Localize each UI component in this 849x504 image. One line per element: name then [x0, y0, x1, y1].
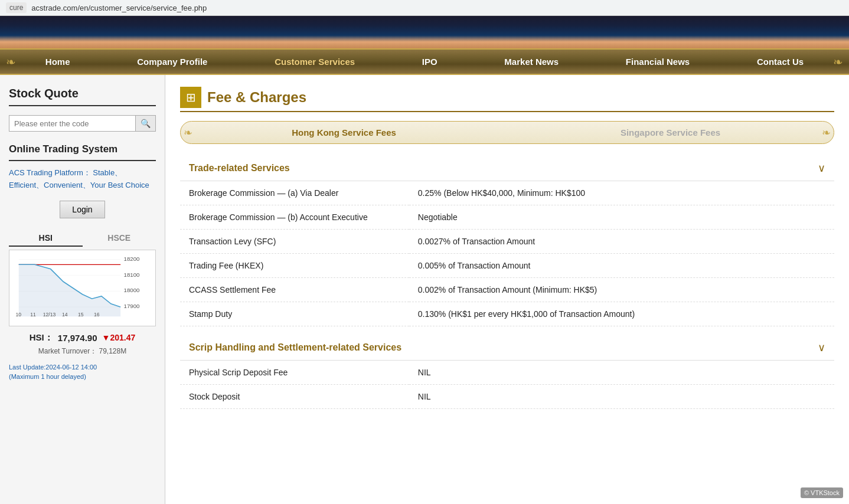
scrip-services-chevron: ∨	[818, 341, 825, 354]
service-label: CCASS Settlement Fee	[180, 278, 409, 302]
nav-customer-services[interactable]: Customer Services	[269, 54, 361, 70]
nav-financial-news[interactable]: Financial News	[620, 54, 695, 70]
fee-value: 0.0027% of Transaction Amount	[409, 230, 834, 254]
fee-value: 0.130% (HK$1 per every HK$1,000 of Trans…	[409, 302, 834, 326]
svg-text:12/13: 12/13	[43, 312, 56, 318]
service-label: Brokerage Commission — (b) Account Execu…	[180, 205, 409, 230]
tab-ornament-right: ❧	[822, 126, 831, 139]
svg-text:14: 14	[62, 312, 68, 318]
hsi-label: HSI：	[30, 332, 53, 343]
service-label: Brokerage Commission — (a) Via Dealer	[180, 181, 409, 205]
table-row: Transaction Levy (SFC) 0.0027% of Transa…	[180, 230, 834, 254]
main-container: Stock Quote 🔍 Online Trading System ACS …	[0, 75, 849, 504]
tab-sg-service-fees[interactable]: Singapore Service Fees	[507, 122, 834, 143]
svg-text:10: 10	[15, 312, 21, 318]
table-row: Stamp Duty 0.130% (HK$1 per every HK$1,0…	[180, 302, 834, 326]
nav-ipo[interactable]: IPO	[416, 54, 443, 70]
fee-value: NIL	[409, 385, 834, 409]
address-bar: cure acstrade.com/en/customer_service/se…	[0, 0, 849, 16]
table-row: Brokerage Commission — (b) Account Execu…	[180, 205, 834, 230]
login-button[interactable]: Login	[60, 201, 105, 218]
service-label: Transaction Levy (SFC)	[180, 230, 409, 254]
trading-description: ACS Trading Platform： Stable、Efficient、C…	[9, 167, 156, 192]
fee-value: NIL	[409, 361, 834, 385]
hsi-tab[interactable]: HSI	[9, 230, 83, 247]
svg-text:11: 11	[30, 312, 36, 318]
trade-services-title: Trade-related Services	[189, 163, 290, 174]
hsi-change: ▼201.47	[102, 333, 136, 342]
secure-indicator: cure	[6, 2, 27, 13]
fee-value: 0.005% of Transaction Amount	[409, 254, 834, 278]
content-area: ⊞ Fee & Charges ❧ Hong Kong Service Fees…	[165, 75, 849, 504]
hsi-tabs: HSI HSCE	[9, 230, 156, 247]
nav-contact-us[interactable]: Contact Us	[751, 54, 809, 70]
hero-banner	[0, 16, 849, 48]
fee-value: 0.25% (Below HK$40,000, Minimum: HK$100	[409, 181, 834, 205]
page-icon: ⊞	[180, 87, 201, 108]
scrip-services-title: Scrip Handling and Settlement-related Se…	[189, 342, 401, 353]
fee-value: 0.002% of Transaction Amount (Minimum: H…	[409, 278, 834, 302]
svg-text:15: 15	[78, 312, 84, 318]
table-row: CCASS Settlement Fee 0.002% of Transacti…	[180, 278, 834, 302]
market-turnover: Market Turnover： 79,128M	[9, 346, 156, 356]
svg-text:18200: 18200	[124, 255, 140, 261]
hsi-value-row: HSI： 17,974.90 ▼201.47	[9, 332, 156, 343]
service-label: Stamp Duty	[180, 302, 409, 326]
tab-ornament-left: ❧	[184, 126, 192, 139]
search-button[interactable]: 🔍	[135, 116, 155, 131]
table-row: Brokerage Commission — (a) Via Dealer 0.…	[180, 181, 834, 205]
svg-marker-9	[19, 264, 120, 316]
table-row: Physical Scrip Deposit Fee NIL	[180, 361, 834, 385]
svg-text:17900: 17900	[124, 303, 140, 309]
online-trading-title: Online Trading System	[9, 143, 156, 155]
service-label: Physical Scrip Deposit Fee	[180, 361, 409, 385]
search-input[interactable]	[9, 116, 135, 131]
page-header: ⊞ Fee & Charges	[180, 87, 834, 108]
last-update: Last Update:2024-06-12 14:00 (Maximum 1 …	[9, 362, 156, 382]
hsi-chart: 18200 18100 18000 17900 10 11 12/13	[9, 250, 156, 326]
search-box[interactable]: 🔍	[9, 115, 156, 132]
svg-text:18000: 18000	[124, 287, 140, 293]
scrip-services-section-header[interactable]: Scrip Handling and Settlement-related Se…	[180, 335, 834, 361]
hsce-tab[interactable]: HSCE	[83, 230, 156, 247]
svg-text:18100: 18100	[124, 271, 140, 277]
navigation: Home Company Profile Customer Services I…	[0, 48, 849, 75]
scrip-services-table: Physical Scrip Deposit Fee NIL Stock Dep…	[180, 361, 834, 409]
table-row: Stock Deposit NIL	[180, 385, 834, 409]
watermark: © VTKStock	[801, 487, 843, 498]
service-label: Trading Fee (HKEX)	[180, 254, 409, 278]
trade-services-chevron: ∨	[818, 162, 825, 175]
nav-home[interactable]: Home	[40, 54, 76, 70]
hsi-value: 17,974.90	[58, 333, 97, 343]
sidebar: Stock Quote 🔍 Online Trading System ACS …	[0, 75, 165, 504]
fee-value: Negotiable	[409, 205, 834, 230]
service-fee-tabs: ❧ Hong Kong Service Fees Singapore Servi…	[180, 121, 834, 144]
page-title: Fee & Charges	[207, 89, 306, 106]
svg-text:16: 16	[94, 312, 100, 318]
nav-market-news[interactable]: Market News	[498, 54, 564, 70]
nav-company-profile[interactable]: Company Profile	[131, 54, 213, 70]
stock-quote-title: Stock Quote	[9, 87, 156, 100]
trade-services-section-header[interactable]: Trade-related Services ∨	[180, 156, 834, 181]
service-label: Stock Deposit	[180, 385, 409, 409]
table-row: Trading Fee (HKEX) 0.005% of Transaction…	[180, 254, 834, 278]
trade-services-table: Brokerage Commission — (a) Via Dealer 0.…	[180, 181, 834, 326]
url-text: acstrade.com/en/customer_service/service…	[31, 4, 207, 12]
tab-hk-service-fees[interactable]: Hong Kong Service Fees	[181, 122, 507, 143]
